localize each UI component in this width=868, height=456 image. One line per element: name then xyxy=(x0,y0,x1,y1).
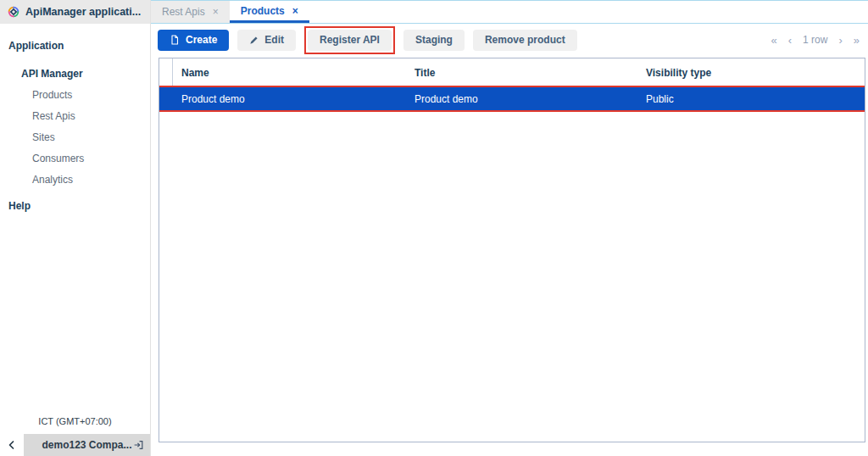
sidebar-footer: ICT (GMT+07:00) demo123 Compa... xyxy=(0,416,150,456)
column-header-name[interactable]: Name xyxy=(173,67,406,79)
sidebar-item-sites[interactable]: Sites xyxy=(0,127,150,148)
cell-visibility: Public xyxy=(637,93,865,105)
sidebar: ApiManager applicati... Application API … xyxy=(0,0,151,456)
edit-pencil-icon xyxy=(249,36,259,45)
annotation-highlight-register-api: Register API xyxy=(304,26,395,54)
org-name-label: demo123 Compa... xyxy=(42,439,131,451)
staging-button-label: Staging xyxy=(415,34,453,46)
tab-rest-apis[interactable]: Rest Apis × xyxy=(151,1,230,23)
app-title: ApiManager applicati... xyxy=(25,6,141,18)
products-table-panel: Name Title Visibility type Product demo … xyxy=(159,58,865,442)
last-page-button[interactable]: » xyxy=(854,34,860,47)
chevron-left-icon xyxy=(7,440,17,450)
prev-page-button[interactable]: ‹ xyxy=(788,34,792,47)
create-button[interactable]: Create xyxy=(158,30,229,51)
sidebar-group-api-manager[interactable]: API Manager xyxy=(0,63,150,85)
column-header-visibility-type[interactable]: Visibility type xyxy=(637,67,865,79)
logout-button[interactable] xyxy=(133,440,144,451)
app-window: ApiManager applicati... Application API … xyxy=(0,0,868,456)
sidebar-item-rest-apis[interactable]: Rest Apis xyxy=(0,106,150,127)
tab-strip: Rest Apis × Products × xyxy=(151,0,868,24)
tab-products[interactable]: Products × xyxy=(230,1,309,23)
logout-icon xyxy=(133,440,144,451)
next-page-button[interactable]: › xyxy=(838,34,842,47)
cell-title: Product demo xyxy=(406,93,637,105)
staging-button[interactable]: Staging xyxy=(403,30,465,51)
sidebar-item-consumers[interactable]: Consumers xyxy=(0,148,150,170)
sidebar-section-application[interactable]: Application xyxy=(0,36,150,56)
table-row-product-demo[interactable]: Product demo Product demo Public xyxy=(159,87,865,110)
remove-product-button-label: Remove product xyxy=(485,34,565,46)
sidebar-section-help[interactable]: Help xyxy=(0,196,150,216)
tab-label: Products xyxy=(241,5,285,17)
pagination: « ‹ 1 row › » xyxy=(771,34,860,47)
column-header-title[interactable]: Title xyxy=(406,67,637,79)
first-page-button[interactable]: « xyxy=(771,34,777,47)
tab-label: Rest Apis xyxy=(162,6,205,18)
org-menu[interactable]: demo123 Compa... xyxy=(24,434,150,456)
table-header-row: Name Title Visibility type xyxy=(159,58,865,87)
select-column-header xyxy=(159,58,173,86)
register-api-button[interactable]: Register API xyxy=(308,30,392,51)
row-count-label: 1 row xyxy=(803,34,827,46)
app-logo-icon xyxy=(7,5,20,19)
close-icon[interactable]: × xyxy=(213,7,219,17)
register-api-button-label: Register API xyxy=(320,34,380,46)
main-area: Rest Apis × Products × Create xyxy=(151,0,868,456)
remove-product-button[interactable]: Remove product xyxy=(473,30,577,51)
org-bar: demo123 Compa... xyxy=(0,434,150,456)
sidebar-nav: Application API Manager Products Rest Ap… xyxy=(0,24,150,216)
timezone-label: ICT (GMT+07:00) xyxy=(0,416,150,426)
sidebar-header: ApiManager applicati... xyxy=(0,0,150,24)
close-icon[interactable]: × xyxy=(292,6,298,16)
create-button-label: Create xyxy=(186,34,217,46)
create-file-icon xyxy=(170,35,180,45)
edit-button[interactable]: Edit xyxy=(237,30,296,51)
cell-name: Product demo xyxy=(173,93,406,105)
sidebar-collapse-button[interactable] xyxy=(0,434,24,456)
sidebar-item-analytics[interactable]: Analytics xyxy=(0,170,150,191)
toolbar: Create Edit Register API Staging Re xyxy=(151,24,868,56)
sidebar-item-products[interactable]: Products xyxy=(0,85,150,106)
edit-button-label: Edit xyxy=(264,34,284,46)
